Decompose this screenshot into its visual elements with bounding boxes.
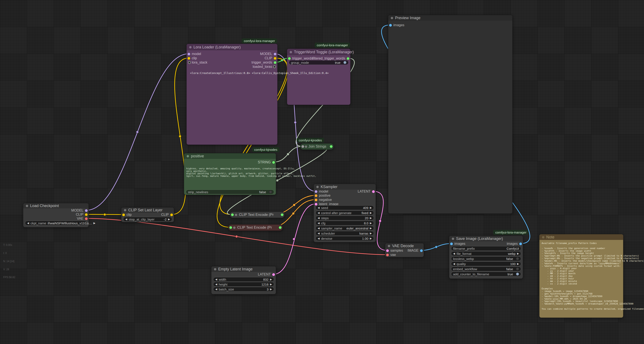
- widget-cfg[interactable]: ◀ cfg 8.0 ▶: [316, 221, 374, 226]
- lora-syntax-text[interactable]: <lora:CreateConcept_Illustrious:0.8> <lo…: [190, 72, 329, 75]
- input-dot[interactable]: [450, 242, 453, 245]
- port-images-input[interactable]: images: [450, 242, 466, 246]
- combo-right-arrow[interactable]: ▶: [94, 222, 95, 224]
- node-collapse-dot[interactable]: [187, 155, 189, 158]
- widget-steps[interactable]: ◀ steps 20 ▶: [316, 216, 374, 220]
- node-collapse-dot[interactable]: [305, 146, 307, 148]
- output-dot[interactable]: [274, 61, 276, 64]
- input-dot[interactable]: [386, 254, 389, 256]
- port-model-output[interactable]: MODEL: [260, 52, 276, 56]
- node-clip-set-last-layer[interactable]: CLIP Set Last Layer clip CLIP ◀ stop_at_…: [121, 207, 174, 222]
- toggle-off-icon[interactable]: [269, 190, 272, 194]
- widget-seed[interactable]: ◀ seed 409 ▶: [316, 206, 374, 210]
- combo-right-arrow[interactable]: ▶: [370, 211, 372, 214]
- node-collapse-dot[interactable]: [233, 226, 236, 229]
- input-dot[interactable]: [315, 198, 318, 201]
- port-samples-input[interactable]: samples: [386, 248, 403, 253]
- port-trigger-words-input[interactable]: trigger_words: [288, 56, 313, 60]
- combo-left-arrow[interactable]: ◀: [453, 252, 455, 255]
- port-filtered-trigger-words-output[interactable]: filtered_trigger_words: [312, 56, 350, 60]
- input-dot[interactable]: [188, 57, 190, 60]
- output-dot[interactable]: [330, 145, 332, 148]
- output-dot[interactable]: [85, 209, 88, 212]
- node-save-image[interactable]: Save Image (LoraManager) images images f…: [449, 236, 523, 279]
- port-clip-output[interactable]: CLIP: [161, 213, 173, 217]
- toggle-on-icon[interactable]: [344, 61, 346, 64]
- toggle-on-icon[interactable]: [516, 272, 519, 276]
- widget-filename-prefix[interactable]: filename_prefix ComfyUI: [451, 246, 521, 251]
- port-string-output[interactable]: STRING: [258, 160, 275, 164]
- port-model-input[interactable]: model: [188, 52, 201, 56]
- widget-width[interactable]: ◀ width 832 ▶: [213, 277, 274, 282]
- port-clip-input[interactable]: clip: [188, 56, 197, 60]
- output-dot[interactable]: [272, 161, 275, 164]
- node-collapse-dot[interactable]: [290, 51, 292, 53]
- node-collapse-dot[interactable]: [235, 214, 237, 216]
- widget-scheduler[interactable]: ◀ scheduler karras ▶: [316, 231, 374, 236]
- port-vae-output[interactable]: VAE: [77, 216, 88, 221]
- widget-add-counter[interactable]: add_counter_to_filename true: [451, 272, 521, 276]
- output-dot[interactable]: [85, 213, 88, 216]
- output-dot[interactable]: [279, 226, 282, 229]
- node-clip-text-encode-negative[interactable]: CLIP Text Encode (Pr: [228, 224, 283, 231]
- port-clip-output[interactable]: CLIP: [76, 212, 88, 217]
- input-dot[interactable]: [231, 214, 234, 216]
- widget-lossless-webp[interactable]: lossless_webp false: [451, 256, 521, 261]
- output-dot[interactable]: [372, 190, 375, 193]
- output-dot[interactable]: [272, 273, 275, 276]
- widget-height[interactable]: ◀ height 1216 ▶: [213, 282, 274, 287]
- node-preview-image[interactable]: Preview Image images: [388, 15, 512, 214]
- combo-left-arrow[interactable]: ◀: [318, 237, 320, 240]
- port-loaded-loras-output[interactable]: loaded_loras: [252, 64, 276, 69]
- node-collapse-dot[interactable]: [124, 209, 126, 211]
- toggle-off-icon[interactable]: [516, 268, 519, 270]
- output-dot[interactable]: [273, 65, 276, 68]
- combo-left-arrow[interactable]: ◀: [453, 262, 455, 265]
- output-dot[interactable]: [274, 53, 276, 56]
- combo-right-arrow[interactable]: ▶: [168, 218, 170, 221]
- node-vae-decode[interactable]: VAE Decode samples vae IMAGE: [385, 243, 424, 257]
- node-ksampler[interactable]: KSampler model LATENT positive negative …: [314, 184, 376, 242]
- port-latent-output[interactable]: LATENT: [258, 272, 275, 276]
- node-lora-loader[interactable]: Lora Loader (LoraManager) model clip lor…: [186, 44, 278, 145]
- output-dot[interactable]: [420, 249, 423, 252]
- node-collapse-dot[interactable]: [388, 245, 390, 247]
- widget-group-mode[interactable]: group_mode true: [289, 60, 348, 65]
- output-dot[interactable]: [274, 57, 276, 60]
- port-vae-input[interactable]: vae: [386, 253, 396, 257]
- node-collapse-dot[interactable]: [542, 236, 544, 238]
- node-join-strings[interactable]: Join Strings: [300, 143, 334, 150]
- node-note[interactable]: Note Available filename_prefix Pattern C…: [539, 234, 623, 318]
- toggle-off-icon[interactable]: [516, 257, 519, 260]
- port-negative-input[interactable]: negative: [315, 198, 332, 202]
- widget-ckpt-name[interactable]: ◀ ckpt_name il\waiNSFWIllustrious_v110.s…: [25, 221, 87, 226]
- output-dot[interactable]: [85, 217, 88, 220]
- input-dot[interactable]: [315, 190, 318, 193]
- widget-quality[interactable]: ◀ quality 100 ▶: [451, 262, 521, 266]
- widget-file-format[interactable]: ◀ file_format webp ▶: [451, 251, 521, 256]
- output-dot[interactable]: [170, 214, 173, 216]
- combo-right-arrow[interactable]: ▶: [517, 262, 519, 265]
- widget-strip-newlines[interactable]: strip_newlines false: [186, 190, 274, 194]
- port-clip-output[interactable]: CLIP: [264, 56, 276, 60]
- combo-left-arrow[interactable]: ◀: [215, 288, 217, 291]
- port-model-output[interactable]: MODEL: [71, 208, 88, 213]
- combo-left-arrow[interactable]: ◀: [318, 227, 320, 230]
- port-lora-stack-input[interactable]: lora_stack: [188, 60, 207, 64]
- widget-batch-size[interactable]: ◀ batch_size 3 ▶: [213, 287, 274, 292]
- node-triggerword-toggle[interactable]: TriggerWord Toggle (LoraManager) trigger…: [287, 48, 350, 105]
- output-dot[interactable]: [519, 242, 522, 245]
- combo-right-arrow[interactable]: ▶: [370, 206, 372, 209]
- node-empty-latent-image[interactable]: Empty Latent Image LATENT ◀ width 832 ▶ …: [211, 266, 276, 294]
- widget-denoise[interactable]: ◀ denoise 1.00 ▶: [316, 236, 374, 241]
- combo-left-arrow[interactable]: ◀: [27, 222, 29, 224]
- combo-left-arrow[interactable]: ◀: [215, 278, 217, 281]
- combo-left-arrow[interactable]: ◀: [318, 222, 320, 224]
- output-dot[interactable]: [347, 57, 350, 60]
- widget-sampler-name[interactable]: ◀ sampler_name euler_ancestral ▶: [316, 226, 374, 230]
- combo-right-arrow[interactable]: ▶: [370, 216, 372, 220]
- combo-left-arrow[interactable]: ◀: [215, 283, 217, 286]
- node-collapse-dot[interactable]: [189, 46, 192, 48]
- combo-right-arrow[interactable]: ▶: [370, 232, 372, 235]
- input-dot[interactable]: [315, 194, 318, 197]
